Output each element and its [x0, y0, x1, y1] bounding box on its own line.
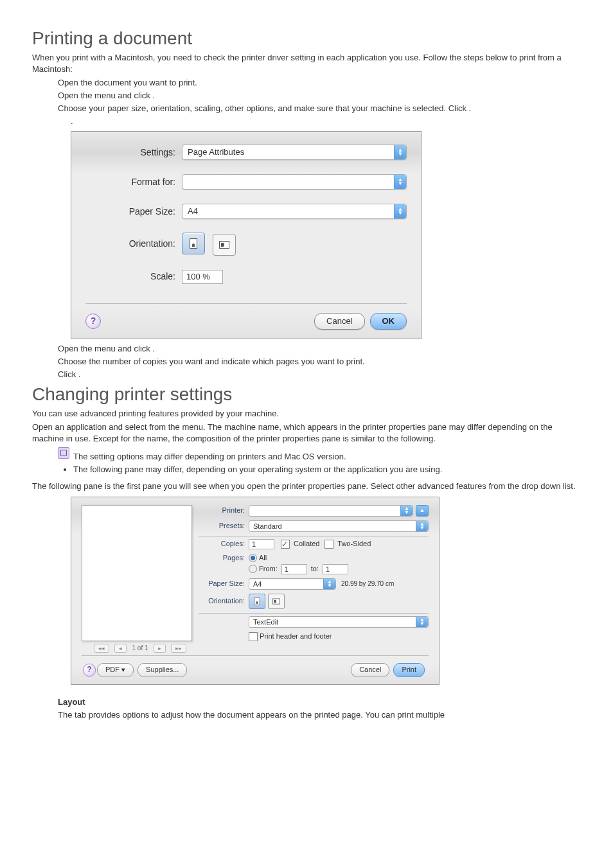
- step-6: Click .: [58, 369, 581, 380]
- change-paragraph-1: Open an application and select from the …: [32, 421, 581, 445]
- change-intro: You can use advanced printing features p…: [32, 408, 581, 420]
- layout-subheading: Layout: [58, 696, 581, 708]
- pager-prev-button[interactable]: ◂: [114, 644, 127, 653]
- step-5: Choose the number of copies you want and…: [58, 356, 581, 368]
- help-button-2[interactable]: ?: [83, 664, 96, 677]
- intro-text: When you print with a Macintosh, you nee…: [32, 52, 581, 75]
- print-dialog: ◂◂ ◂ 1 of 1 ▸ ▸▸ Printer: ▲▼ ▲ Presets: …: [71, 497, 440, 686]
- pager-first-button[interactable]: ◂◂: [94, 644, 109, 653]
- note-item-2: The following pane may differ, depending…: [73, 464, 442, 475]
- step-1: Open the document you want to print.: [58, 77, 581, 89]
- scale-label: Scale:: [85, 270, 182, 283]
- pages-to-label: to:: [311, 564, 319, 574]
- collated-label: Collated: [294, 540, 319, 547]
- heading-printing: Printing a document: [32, 26, 581, 51]
- printer-select[interactable]: ▲▼: [249, 505, 413, 517]
- step-2: Open the menu and click .: [58, 90, 581, 102]
- pager-text: 1 of 1: [132, 644, 148, 653]
- heading-changing-settings: Changing printer settings: [32, 382, 581, 407]
- orientation-label-2: Orientation:: [199, 596, 249, 606]
- presets-select[interactable]: Standard ▲▼: [249, 520, 429, 532]
- print-button[interactable]: Print: [393, 663, 425, 677]
- step-4: Open the menu and click .: [58, 343, 581, 355]
- chevron-updown-icon: ▲▼: [400, 506, 413, 516]
- print-header-footer-label: Print header and footer: [260, 632, 332, 641]
- supplies-button[interactable]: Supplies...: [138, 663, 187, 677]
- landscape-icon: [272, 598, 280, 604]
- paper-size-select-2[interactable]: A4 ▲▼: [249, 578, 336, 590]
- format-for-select[interactable]: ▲▼: [182, 174, 407, 190]
- two-sided-label: Two-Sided: [337, 540, 371, 547]
- app-options-select[interactable]: TextEdit ▲▼: [249, 616, 429, 628]
- cancel-button[interactable]: Cancel: [314, 313, 364, 330]
- chevron-updown-icon: ▲▼: [416, 521, 428, 531]
- pages-from-input[interactable]: 1: [281, 564, 307, 574]
- step-3: Choose your paper size, orientation, sca…: [58, 103, 581, 114]
- pager-last-button[interactable]: ▸▸: [171, 644, 186, 653]
- settings-select[interactable]: Page Attributes ▲▼: [182, 145, 407, 160]
- copies-label: Copies:: [199, 539, 249, 549]
- pages-all-label: All: [259, 553, 267, 563]
- note-icon: [58, 447, 69, 459]
- printer-label: Printer:: [199, 506, 249, 515]
- portrait-icon: [254, 598, 260, 605]
- presets-label: Presets:: [199, 521, 249, 531]
- pager-next-button[interactable]: ▸: [154, 644, 166, 653]
- step-3-cont: .: [71, 116, 581, 127]
- paper-size-label-2: Paper Size:: [199, 579, 249, 589]
- orientation-landscape-button-2[interactable]: [268, 594, 285, 609]
- help-button[interactable]: ?: [85, 314, 101, 329]
- chevron-updown-icon: ▲▼: [416, 617, 428, 627]
- page-setup-dialog: Settings: Page Attributes ▲▼ Format for:…: [71, 131, 422, 339]
- pages-from-radio[interactable]: [249, 565, 257, 573]
- orientation-label: Orientation:: [85, 238, 182, 251]
- cancel-button-2[interactable]: Cancel: [351, 663, 389, 677]
- orientation-portrait-button[interactable]: [182, 233, 205, 254]
- portrait-icon: [190, 238, 197, 249]
- copies-input[interactable]: 1: [249, 539, 274, 549]
- orientation-portrait-button-2[interactable]: [249, 594, 265, 609]
- print-preview-pane: [82, 505, 192, 641]
- settings-label: Settings:: [85, 146, 182, 159]
- landscape-icon: [219, 241, 229, 249]
- chevron-updown-icon: ▲▼: [394, 145, 406, 159]
- scale-input[interactable]: 100 %: [182, 270, 223, 284]
- layout-text: The tab provides options to adjust how t…: [58, 709, 581, 721]
- chevron-updown-icon: ▲▼: [323, 579, 335, 589]
- printer-expand-button[interactable]: ▲: [416, 505, 429, 517]
- paper-size-select[interactable]: A4 ▲▼: [182, 204, 407, 219]
- pages-label: Pages:: [199, 553, 249, 563]
- note-item-1: The setting options may differ depending…: [73, 451, 442, 463]
- orientation-landscape-button[interactable]: [213, 234, 236, 256]
- paper-size-dim-2: 20.99 by 29.70 cm: [341, 580, 394, 589]
- change-paragraph-2: The following pane is the first pane you…: [32, 481, 581, 492]
- print-header-footer-checkbox[interactable]: [249, 632, 258, 641]
- chevron-updown-icon: ▲▼: [394, 204, 406, 218]
- pdf-menu-button[interactable]: PDF ▾: [97, 663, 134, 677]
- pages-all-radio[interactable]: [249, 554, 257, 562]
- format-for-label: Format for:: [85, 176, 182, 189]
- chevron-updown-icon: ▲▼: [394, 175, 406, 189]
- collated-checkbox[interactable]: [281, 540, 290, 549]
- ok-button[interactable]: OK: [370, 313, 407, 330]
- paper-size-label: Paper Size:: [85, 206, 182, 218]
- pages-to-input[interactable]: 1: [323, 564, 348, 574]
- pages-from-label: From:: [259, 564, 278, 574]
- two-sided-checkbox[interactable]: [324, 540, 333, 549]
